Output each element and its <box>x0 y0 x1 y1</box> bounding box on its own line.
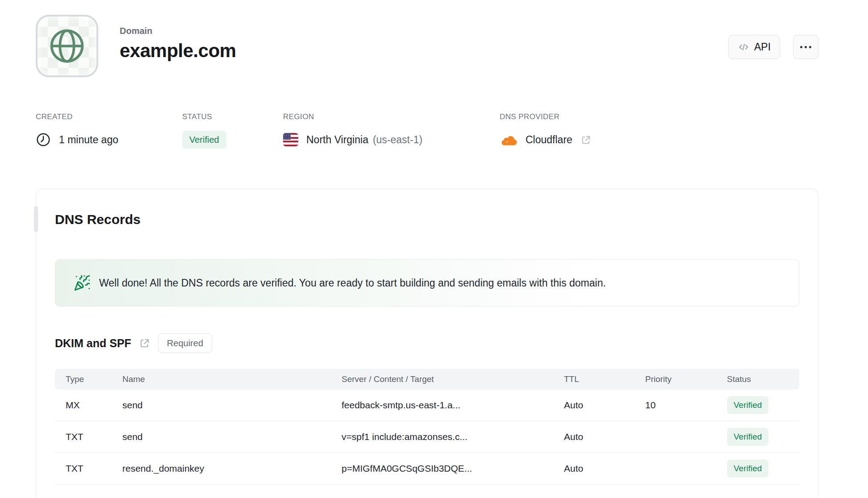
cell-ttl: Auto <box>564 463 645 474</box>
dns-table-header: Type Name Server / Content / Target TTL … <box>55 369 799 390</box>
cell-priority: 10 <box>645 400 727 411</box>
meta-created: CREATED 1 minute ago <box>36 112 182 149</box>
cell-name: send <box>122 400 342 411</box>
more-options-button[interactable] <box>793 35 818 59</box>
dkim-external-link-icon[interactable] <box>139 337 150 349</box>
domain-detail-page: Domain example.com API CREATED <box>0 0 868 498</box>
meta-dns-provider: DNS PROVIDER Cloudflare <box>500 112 592 149</box>
header-actions: API <box>728 35 818 59</box>
external-link-icon <box>580 134 592 145</box>
clock-icon <box>36 132 51 147</box>
globe-icon <box>46 25 88 66</box>
meta-status: STATUS Verified <box>182 112 283 149</box>
api-button-label: API <box>754 41 771 53</box>
status-badge: Verified <box>727 460 768 477</box>
region-label: REGION <box>283 112 500 121</box>
dns-provider-link[interactable]: Cloudflare <box>500 131 592 149</box>
cell-type: TXT <box>66 432 122 442</box>
page-title: example.com <box>120 40 236 62</box>
created-label: CREATED <box>36 112 182 121</box>
dns-records-heading: DNS Records <box>55 211 799 228</box>
column-header-status: Status <box>727 374 789 384</box>
cell-name: send <box>122 432 342 442</box>
dns-records-card: DNS Records Well done! All the DNS recor… <box>36 189 818 498</box>
cell-name: resend._domainkey <box>122 463 342 474</box>
cell-type: TXT <box>66 463 122 474</box>
us-flag-icon <box>283 133 298 146</box>
column-header-name: Name <box>122 374 342 384</box>
ellipsis-icon <box>800 46 802 48</box>
section-anchor-pill <box>34 206 38 232</box>
dkim-spf-section-row: DKIM and SPF Required <box>55 333 799 353</box>
status-label: STATUS <box>182 112 283 121</box>
column-header-type: Type <box>66 374 122 384</box>
cell-content: feedback-smtp.us-east-1.a... <box>342 400 564 411</box>
created-value: 1 minute ago <box>59 134 118 146</box>
domain-avatar <box>36 15 98 77</box>
dns-provider-label: DNS PROVIDER <box>500 112 592 121</box>
column-header-ttl: TTL <box>564 374 645 384</box>
cell-ttl: Auto <box>564 400 645 411</box>
region-code: (us-east-1) <box>373 134 422 146</box>
region-value: North Virginia <box>306 134 368 146</box>
status-badge: Verified <box>727 396 768 414</box>
meta-region: REGION North Virginia (us-east-1) <box>283 112 500 149</box>
code-icon <box>738 41 750 53</box>
cloudflare-icon <box>500 133 517 146</box>
table-row[interactable]: TXT resend._domainkey p=MIGfMA0GCSqGSIb3… <box>55 453 799 485</box>
meta-row: CREATED 1 minute ago STATUS Verified REG… <box>36 112 592 149</box>
cell-content: v=spf1 include:amazonses.c... <box>342 432 564 442</box>
status-badge: Verified <box>182 131 226 149</box>
api-button[interactable]: API <box>728 35 780 59</box>
required-badge: Required <box>158 333 212 353</box>
page-type-label: Domain <box>120 26 236 36</box>
cell-type: MX <box>66 400 122 411</box>
status-badge: Verified <box>727 428 768 446</box>
column-header-priority: Priority <box>645 374 727 384</box>
success-banner: Well done! All the DNS records are verif… <box>55 259 799 307</box>
party-popper-icon <box>74 274 91 291</box>
dns-provider-value: Cloudflare <box>526 134 572 146</box>
dns-table: Type Name Server / Content / Target TTL … <box>55 369 799 485</box>
table-row[interactable]: TXT send v=spf1 include:amazonses.c... A… <box>55 421 799 453</box>
cell-content: p=MIGfMA0GCSqGSIb3DQE... <box>342 463 564 474</box>
table-row[interactable]: MX send feedback-smtp.us-east-1.a... Aut… <box>55 390 799 421</box>
dkim-spf-heading: DKIM and SPF <box>55 337 131 350</box>
cell-ttl: Auto <box>564 432 645 442</box>
title-block: Domain example.com <box>120 26 236 62</box>
success-banner-text: Well done! All the DNS records are verif… <box>99 277 606 289</box>
column-header-content: Server / Content / Target <box>342 374 564 384</box>
